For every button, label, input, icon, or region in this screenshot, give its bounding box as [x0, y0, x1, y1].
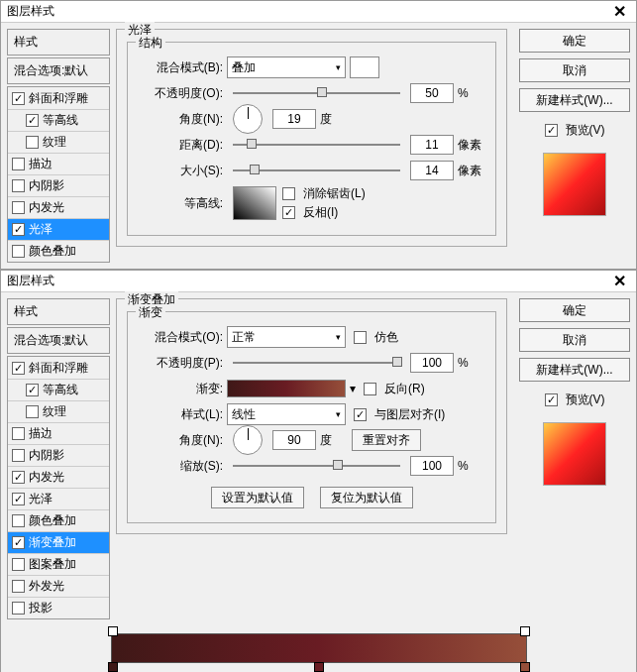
sidebar-item[interactable]: 光泽 — [8, 488, 109, 509]
sidebar-item[interactable]: 纹理 — [8, 400, 109, 422]
styles-header[interactable]: 样式 — [7, 298, 110, 325]
checkbox-icon[interactable] — [12, 362, 25, 375]
scale-slider[interactable] — [233, 465, 400, 467]
gradient-picker[interactable] — [227, 380, 346, 397]
cancel-button[interactable]: 取消 — [519, 58, 630, 82]
sidebar-item[interactable]: 内发光 — [8, 196, 109, 218]
scale-field[interactable]: 100 — [410, 456, 454, 476]
sidebar-item[interactable]: 内阴影 — [8, 174, 109, 196]
checkbox-icon[interactable] — [12, 158, 25, 170]
sidebar-item-label: 斜面和浮雕 — [29, 90, 88, 107]
checkbox-icon[interactable] — [12, 471, 25, 484]
preview-checkbox[interactable]: 预览(V) — [519, 122, 630, 139]
checkbox-icon[interactable] — [12, 449, 25, 462]
preview-label: 预览(V) — [566, 392, 605, 408]
chevron-down-icon[interactable]: ▾ — [350, 382, 356, 395]
cancel-button[interactable]: 取消 — [519, 328, 630, 352]
blend-options-header[interactable]: 混合选项:默认 — [7, 327, 110, 354]
structure-group: 结构 混合模式(B): 叠加▾ 不透明度(O): 50 % 角度(N): — [127, 42, 496, 236]
sidebar-item[interactable]: 光泽 — [8, 218, 109, 240]
angle-dial[interactable] — [233, 425, 263, 455]
sidebar-item[interactable]: 颜色叠加 — [8, 240, 109, 262]
sidebar-item[interactable]: 内发光 — [8, 466, 109, 488]
new-style-button[interactable]: 新建样式(W)... — [519, 358, 630, 382]
antialias-checkbox[interactable]: 消除锯齿(L) — [282, 185, 366, 202]
style-select[interactable]: 线性▾ — [227, 403, 346, 425]
blend-mode-select[interactable]: 叠加▾ — [227, 56, 346, 78]
close-icon[interactable]: ✕ — [609, 2, 630, 21]
checkbox-icon[interactable] — [26, 136, 39, 149]
opacity-field[interactable]: 100 — [410, 353, 454, 373]
sidebar-item-label: 光泽 — [29, 221, 53, 238]
gradient-bar[interactable] — [111, 633, 527, 663]
sidebar-item[interactable]: 斜面和浮雕 — [8, 87, 109, 109]
antialias-label: 消除锯齿(L) — [303, 185, 366, 202]
size-field[interactable]: 14 — [410, 161, 454, 180]
ok-button[interactable]: 确定 — [519, 29, 630, 53]
styles-header[interactable]: 样式 — [7, 29, 110, 56]
sidebar-item[interactable]: 外发光 — [8, 575, 109, 597]
checkbox-icon[interactable] — [12, 602, 25, 615]
sidebar-item-label: 内发光 — [29, 469, 64, 486]
invert-checkbox[interactable]: 反相(I) — [282, 204, 366, 221]
checkbox-icon[interactable] — [26, 405, 39, 418]
checkbox-icon[interactable] — [12, 536, 25, 549]
sidebar-item[interactable]: 渐变叠加 — [8, 531, 109, 553]
checkbox-icon[interactable] — [12, 201, 25, 214]
color-stop-1[interactable] — [108, 662, 118, 672]
distance-field[interactable]: 11 — [410, 135, 454, 155]
preview-checkbox[interactable]: 预览(V) — [519, 392, 630, 408]
scale-unit: % — [458, 459, 485, 473]
sidebar-item[interactable]: 描边 — [8, 422, 109, 444]
sidebar-item-label: 内阴影 — [29, 177, 64, 194]
color-stop-2[interactable] — [314, 662, 324, 672]
checkbox-icon[interactable] — [12, 493, 25, 505]
reset-default-button[interactable]: 复位为默认值 — [320, 487, 413, 508]
checkbox-icon[interactable] — [12, 558, 25, 571]
sidebar-item[interactable]: 投影 — [8, 597, 109, 618]
blend-mode-select[interactable]: 正常▾ — [227, 326, 346, 348]
checkbox-icon[interactable] — [12, 223, 25, 236]
angle-dial[interactable] — [233, 104, 263, 134]
sidebar-item[interactable]: 图案叠加 — [8, 553, 109, 575]
checkbox-icon[interactable] — [12, 245, 25, 258]
contour-picker[interactable] — [233, 186, 276, 220]
dither-checkbox[interactable]: 仿色 — [354, 329, 398, 346]
blend-mode-value: 叠加 — [232, 59, 256, 76]
new-style-button[interactable]: 新建样式(W)... — [519, 88, 630, 112]
checkbox-icon[interactable] — [26, 384, 39, 396]
checkbox-icon[interactable] — [12, 427, 25, 440]
sidebar-item[interactable]: 内阴影 — [8, 444, 109, 466]
angle-field[interactable]: 19 — [272, 109, 316, 129]
opacity-slider[interactable] — [233, 362, 400, 364]
color-swatch[interactable] — [350, 56, 379, 78]
blend-mode-value: 正常 — [232, 329, 256, 346]
checkbox-icon[interactable] — [12, 514, 25, 527]
opacity-slider[interactable] — [233, 92, 400, 94]
ok-button[interactable]: 确定 — [519, 298, 630, 322]
sidebar-item[interactable]: 纹理 — [8, 131, 109, 153]
reset-align-button[interactable]: 重置对齐 — [352, 429, 421, 451]
sidebar-item[interactable]: 等高线 — [8, 379, 109, 400]
reverse-checkbox[interactable]: 反向(R) — [364, 381, 425, 397]
checkbox-icon[interactable] — [12, 92, 25, 105]
checkbox-icon[interactable] — [12, 179, 25, 192]
button-column: 确定 取消 新建样式(W)... 预览(V) — [519, 29, 630, 263]
checkbox-icon[interactable] — [12, 580, 25, 593]
sidebar-item[interactable]: 斜面和浮雕 — [8, 357, 109, 379]
sidebar-item[interactable]: 等高线 — [8, 109, 109, 131]
sidebar-item[interactable]: 描边 — [8, 153, 109, 174]
align-checkbox[interactable]: 与图层对齐(I) — [354, 406, 445, 423]
opacity-stop-right[interactable] — [520, 626, 530, 636]
angle-field[interactable]: 90 — [272, 430, 316, 450]
checkbox-icon[interactable] — [26, 114, 39, 127]
color-stop-3[interactable] — [520, 662, 530, 672]
opacity-field[interactable]: 50 — [410, 83, 454, 103]
distance-slider[interactable] — [233, 144, 400, 146]
blend-options-header[interactable]: 混合选项:默认 — [7, 57, 110, 84]
opacity-stop-left[interactable] — [108, 626, 118, 636]
close-icon[interactable]: ✕ — [609, 272, 630, 290]
sidebar-item[interactable]: 颜色叠加 — [8, 509, 109, 531]
make-default-button[interactable]: 设置为默认值 — [211, 487, 304, 508]
size-slider[interactable] — [233, 169, 400, 171]
